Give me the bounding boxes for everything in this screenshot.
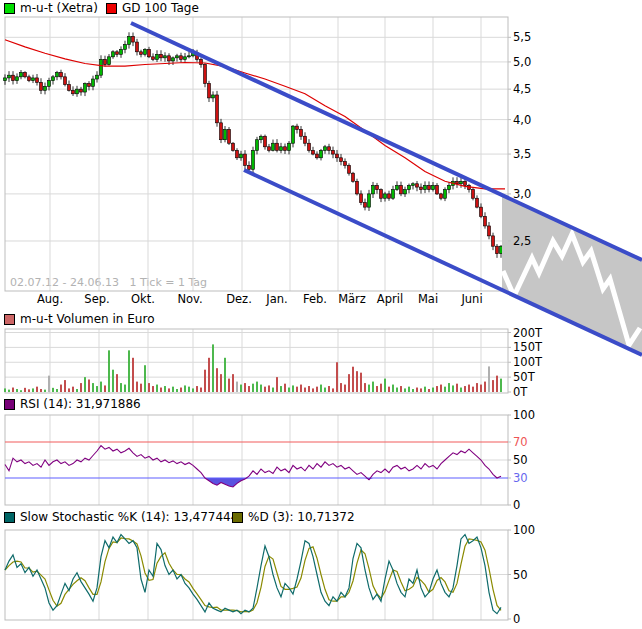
- rsi-line: [5, 446, 501, 487]
- y-axis-tick-label: 50T: [513, 370, 536, 384]
- y-axis-tick-label: 200T: [513, 326, 543, 340]
- chart-canvas[interactable]: 5,55,04,54,03,53,02,5200T150T100T50T0T10…: [0, 0, 642, 629]
- y-axis-tick-label: 0: [513, 612, 520, 626]
- y-axis-tick-label: 4,0: [513, 113, 531, 127]
- stock-chart-app: m-u-t (Xetra) GD 100 Tage m-u-t Volumen …: [0, 0, 642, 629]
- x-axis-month-label: Mai: [418, 292, 438, 306]
- y-axis-tick-label: 70: [513, 435, 528, 449]
- x-axis-month-label: Dez.: [226, 292, 252, 306]
- x-axis-month-label: Juni: [460, 292, 482, 306]
- y-axis-tick-label: 100: [513, 523, 535, 537]
- candlestick-series: [4, 32, 503, 258]
- y-axis-tick-label: 2,5: [513, 234, 531, 248]
- y-axis-tick-label: 150T: [513, 340, 543, 354]
- x-axis-month-label: Jan.: [265, 292, 287, 306]
- y-axis-tick-label: 4,5: [513, 82, 531, 96]
- y-axis-tick-label: 50: [513, 453, 528, 467]
- x-axis-month-label: März: [338, 292, 366, 306]
- gridlines: [5, 17, 508, 620]
- x-axis-month-label: Aug.: [37, 292, 63, 306]
- rsi-oversold-fill: [5, 478, 501, 487]
- y-axis-tick-label: 5,0: [513, 55, 531, 69]
- x-axis-month-label: Sep.: [84, 292, 109, 306]
- channel-upper-line: [131, 23, 642, 260]
- y-axis-tick-label: 3,0: [513, 187, 531, 201]
- y-axis-tick-label: 0T: [513, 385, 528, 399]
- x-axis-month-label: Nov.: [177, 292, 202, 306]
- x-axis-month-label: April: [377, 292, 403, 306]
- y-axis-tick-label: 30: [513, 471, 528, 485]
- y-axis-tick-label: 5,5: [513, 30, 531, 44]
- volume-bars: [4, 344, 502, 392]
- x-axis-month-label: Feb.: [303, 292, 327, 306]
- x-axis-month-label: Okt.: [131, 292, 155, 306]
- y-axis-tick-label: 50: [513, 568, 528, 582]
- y-axis-tick-label: 100: [513, 408, 535, 422]
- y-axis-tick-label: 100T: [513, 355, 543, 369]
- y-axis-tick-label: 3,5: [513, 147, 531, 161]
- y-axis-tick-label: 0: [513, 498, 520, 512]
